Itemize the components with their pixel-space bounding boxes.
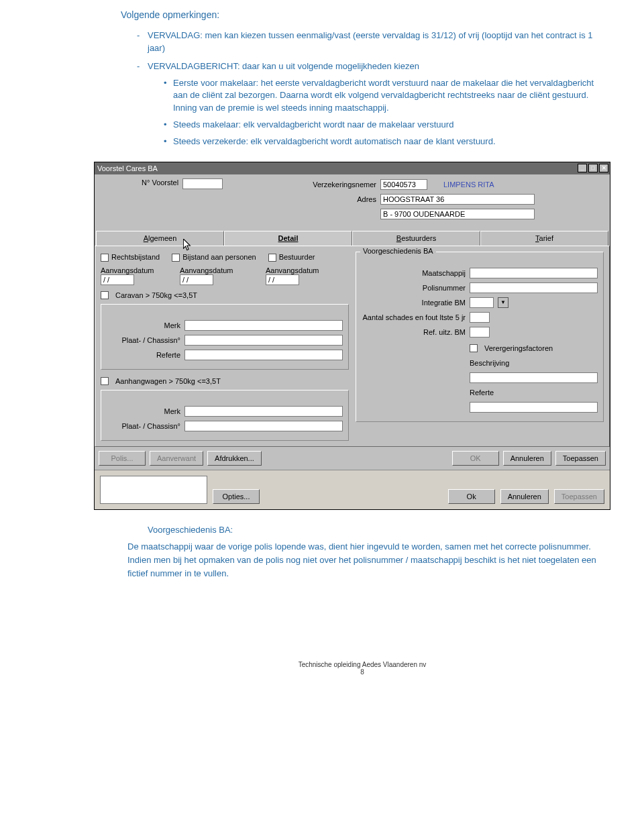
aanvangsdatum-input-1[interactable]: / / <box>101 274 134 285</box>
verzekeringsnemer-name[interactable]: LIMPENS RITA <box>443 180 494 189</box>
remark-vervaldagbericht: VERVALDAGBERICHT: daar kan u uit volgend… <box>137 60 604 148</box>
aanvangsdatum-label-3: Aanvangsdatum <box>266 266 333 274</box>
bijstand-label: Bijstand aan personen <box>182 253 256 261</box>
body-paragraph: De maatschappij waar de vorige polis lop… <box>127 540 604 580</box>
ref-uitz-label: Ref. uitz. BM <box>362 328 466 336</box>
chevron-down-icon[interactable]: ▼ <box>498 297 508 308</box>
voorgeschiedenis-title: Voorgeschiedenis BA <box>360 247 436 255</box>
bullet-steeds-makelaar: Steeds makelaar: elk vervaldagbericht wo… <box>164 119 604 132</box>
rechtsbijstand-checkbox[interactable] <box>101 254 109 262</box>
window-title: Voorstel Cares BA <box>97 164 158 172</box>
annuleren-button[interactable]: Annuleren <box>503 451 551 466</box>
adres-line2[interactable]: B - 9700 OUDENAARDE <box>380 209 535 219</box>
aanhangwagen-label: Aanhangwagen > 750kg <=3,5T <box>115 377 221 385</box>
caravan-label: Caravan > 750kg <=3,5T <box>115 291 197 299</box>
merk-label-2: Merk <box>107 407 180 415</box>
plaat-label-1: Plaat- / Chassisn° <box>107 336 180 344</box>
notes-textarea[interactable] <box>100 476 207 504</box>
close-icon[interactable]: ✕ <box>599 164 608 172</box>
verergerings-label: Verergeringsfactoren <box>484 344 553 352</box>
plaat-input-1[interactable] <box>184 335 343 346</box>
voorgeschiedenis-heading: Voorgeschiedenis BA: <box>148 525 604 535</box>
referte2-label: Referte <box>470 388 494 397</box>
annuleren2-button[interactable]: Annuleren <box>500 489 549 504</box>
maatschappij-input[interactable] <box>470 268 598 278</box>
footer-page-number: 8 <box>121 668 604 676</box>
tab-tarief[interactable]: Tarief <box>480 231 608 246</box>
maximize-icon[interactable]: □ <box>588 164 598 172</box>
toepassen2-button[interactable]: Toepassen <box>554 489 604 504</box>
referte-label-1: Referte <box>107 351 180 359</box>
remark-vervaldag: VERVALDAG: men kan kiezen tussen eenmali… <box>137 30 604 55</box>
beschrijving-label: Beschrijving <box>470 359 509 367</box>
afdrukken-button[interactable]: Afdrukken... <box>207 451 262 466</box>
app-window: Voorstel Cares BA _ □ ✕ N° Voorstel Verz… <box>94 162 610 510</box>
integratie-label: Integratie BM <box>362 299 466 307</box>
bestuurder-label: Bestuurder <box>279 253 315 261</box>
aanhangwagen-checkbox[interactable] <box>101 377 109 385</box>
merk-input-2[interactable] <box>184 406 343 417</box>
tab-detail[interactable]: Detail <box>224 231 352 246</box>
verergerings-checkbox[interactable] <box>470 344 478 352</box>
aanvangsdatum-label-1: Aanvangsdatum <box>101 266 168 274</box>
referte-input-1[interactable] <box>184 350 343 360</box>
aantal-schades-input[interactable] <box>470 312 490 323</box>
bullet-eerste: Eerste voor makelaar: het eerste vervald… <box>164 77 604 115</box>
nr-voorstel-input[interactable] <box>182 178 223 189</box>
bestuurder-checkbox[interactable] <box>268 254 276 262</box>
bullet-steeds-verzekerde: Steeds verzekerde: elk vervaldagbericht … <box>164 136 604 148</box>
adres-label: Adres <box>303 195 376 203</box>
beschrijving-input[interactable] <box>470 372 598 383</box>
toepassen-button[interactable]: Toepassen <box>555 451 606 466</box>
verzekeringsnemer-label: Verzekeringsnemer <box>303 180 376 189</box>
aantal-schades-label: Aantal schades en fout ltste 5 jr <box>362 313 466 321</box>
ok-button[interactable]: OK <box>452 451 499 466</box>
ref-uitz-input[interactable] <box>470 327 490 337</box>
rechtsbijstand-label: Rechtsbijstand <box>111 253 160 261</box>
plaat-input-2[interactable] <box>184 421 343 431</box>
sub-bullets: Eerste voor makelaar: het eerste vervald… <box>148 77 604 148</box>
section-heading: Volgende opmerkingen: <box>121 9 604 20</box>
integratie-input[interactable] <box>470 297 494 308</box>
remarks-list: VERVALDAG: men kan kiezen tussen eenmali… <box>121 30 604 148</box>
ok2-button[interactable]: Ok <box>448 489 495 504</box>
bijstand-checkbox[interactable] <box>172 254 180 262</box>
merk-label-1: Merk <box>107 321 180 329</box>
plaat-label-2: Plaat- / Chassisn° <box>107 422 180 430</box>
aanvangsdatum-input-3[interactable]: / / <box>266 274 299 285</box>
footer-line1: Technische opleiding Aedes Vlaanderen nv <box>121 661 604 668</box>
adres-line1[interactable]: HOOGSTRAAT 36 <box>380 194 535 205</box>
polis-button[interactable]: Polis... <box>99 451 146 466</box>
aanvangsdatum-label-2: Aanvangsdatum <box>180 266 254 274</box>
polisnummer-label: Polisnummer <box>362 284 466 292</box>
tab-algemeen[interactable]: Algemeen <box>96 231 224 246</box>
opties-button[interactable]: Opties... <box>213 489 260 504</box>
merk-input-1[interactable] <box>184 320 343 331</box>
nr-voorstel-label: N° Voorstel <box>142 178 178 187</box>
titlebar: Voorstel Cares BA _ □ ✕ <box>95 162 610 174</box>
cursor-icon <box>183 239 193 254</box>
referte2-input[interactable] <box>470 402 598 413</box>
caravan-checkbox[interactable] <box>101 291 109 299</box>
minimize-icon[interactable]: _ <box>578 164 587 172</box>
verzekeringsnemer-input[interactable]: 50040573 <box>380 179 427 190</box>
maatschappij-label: Maatschappij <box>362 269 466 277</box>
aanvangsdatum-input-2[interactable]: / / <box>180 274 213 285</box>
aanverwant-button[interactable]: Aanverwant <box>150 451 203 466</box>
polisnummer-input[interactable] <box>470 282 598 293</box>
tab-bestuurders[interactable]: Bestuurders <box>352 231 480 246</box>
